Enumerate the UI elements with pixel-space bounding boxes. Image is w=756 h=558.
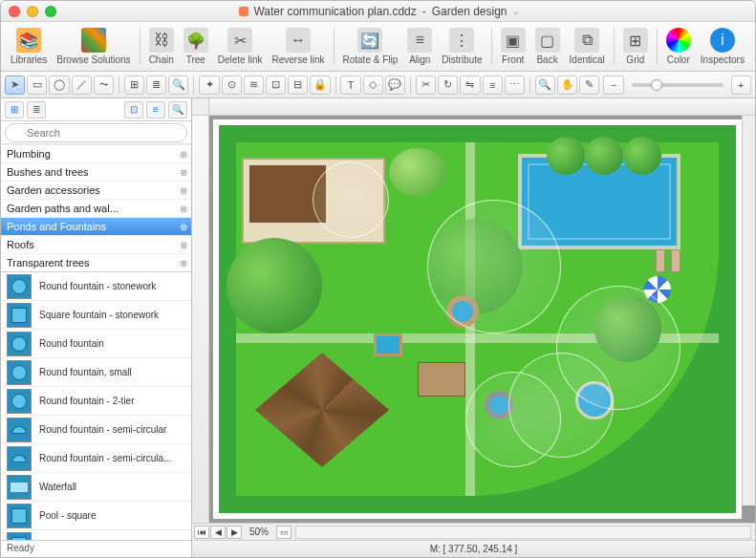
shape-item[interactable]: Round fountain	[1, 330, 191, 358]
callout-tool[interactable]: 💬	[385, 75, 405, 95]
distribute-button[interactable]: ⋮Distribute	[438, 26, 486, 67]
line-tool[interactable]: ／	[72, 75, 92, 95]
pen-tool[interactable]: ✎	[579, 75, 599, 95]
grid-mini[interactable]: ⊞	[124, 75, 144, 95]
rotate-flip-button[interactable]: 🔄Rotate & Flip	[339, 26, 402, 67]
align-button[interactable]: ≡Align	[403, 26, 436, 67]
shape-tool[interactable]: ◇	[363, 75, 383, 95]
shape-label: Round fountain - 2-tier	[39, 396, 135, 406]
browse-solutions-button[interactable]: Browse Solutions	[53, 26, 134, 67]
flip-tool[interactable]: ⇋	[460, 75, 480, 95]
shape-item[interactable]: Pool - rectangular	[1, 530, 191, 540]
close-icon[interactable]: ⊗	[180, 240, 187, 250]
minimize-icon[interactable]	[27, 6, 38, 17]
layer-tool[interactable]: ≋	[244, 75, 264, 95]
align-tool[interactable]: ≡	[483, 75, 503, 95]
shrub	[623, 137, 661, 175]
close-icon[interactable]: ⊗	[180, 167, 187, 178]
reverse-link-button[interactable]: ↔Reverse link	[268, 26, 328, 67]
glue-tool[interactable]: ⊙	[222, 75, 242, 95]
rect-tool[interactable]: ▭	[27, 75, 47, 95]
chevron-down-icon[interactable]: ⌵	[513, 7, 518, 16]
category-item[interactable]: Transparent trees⊗	[1, 253, 191, 271]
tab-grid-icon[interactable]: ⊡	[124, 101, 143, 118]
close-icon[interactable]: ⊗	[180, 185, 187, 196]
category-item[interactable]: Garden accessories⊗	[1, 181, 191, 199]
close-icon[interactable]	[9, 6, 20, 17]
connector-tool[interactable]: ⤳	[94, 75, 114, 95]
shape-thumb-icon	[7, 446, 32, 471]
crop-tool[interactable]: ✂	[416, 75, 436, 95]
shrub	[547, 137, 585, 175]
color-button[interactable]: Color	[662, 26, 695, 67]
scrollbar-horizontal[interactable]	[295, 526, 751, 539]
bush	[389, 148, 446, 196]
close-icon[interactable]: ⊗	[180, 258, 187, 268]
lock-tool[interactable]: 🔒	[310, 75, 330, 95]
shape-item[interactable]: Pool - square	[1, 502, 191, 530]
tree-button[interactable]: 🌳Tree	[180, 26, 212, 67]
zoom-icon[interactable]	[45, 6, 56, 17]
mini-sep	[193, 76, 194, 94]
shape-item[interactable]: Round fountain - 2-tier	[1, 387, 191, 416]
canvas-viewport[interactable]	[209, 116, 755, 523]
shape-item[interactable]: Square fountain - stonework	[1, 301, 191, 330]
close-icon[interactable]: ⊗	[180, 204, 187, 214]
mini-sep	[335, 76, 336, 94]
shape-item[interactable]: Round fountain - semi-circula...	[1, 444, 191, 473]
zoom-out-button[interactable]: −	[603, 75, 623, 95]
category-item[interactable]: Bushes and trees⊗	[1, 162, 191, 181]
shape-item[interactable]: Waterfall	[1, 473, 191, 502]
toolbar-separator	[491, 29, 492, 65]
hand-tool[interactable]: ✋	[557, 75, 577, 95]
dist-tool[interactable]: ⋯	[505, 75, 525, 95]
close-icon[interactable]: ⊗	[180, 149, 187, 160]
grid-button[interactable]: ⊞Grid	[619, 26, 652, 67]
close-icon[interactable]: ⊗	[180, 222, 187, 232]
shape-item[interactable]: Round fountain - stonework	[1, 272, 191, 301]
search-input[interactable]	[5, 123, 187, 142]
category-item[interactable]: Ponds and Fountains⊗	[1, 217, 191, 235]
tab-list-icon[interactable]: ≡	[146, 101, 165, 118]
tab-outline[interactable]: ≣	[27, 101, 46, 118]
shape-item[interactable]: Round fountain, small	[1, 358, 191, 387]
scrollbar-vertical[interactable]	[742, 116, 755, 505]
rotate-tool[interactable]: ↻	[438, 75, 458, 95]
page-first-button[interactable]: ⏮	[194, 526, 209, 539]
page-tab[interactable]: ▭	[276, 526, 292, 539]
tab-search-icon[interactable]: 🔍	[168, 101, 187, 118]
tab-tree[interactable]: ⊞	[5, 101, 24, 118]
ungroup-tool[interactable]: ⊟	[288, 75, 308, 95]
canvas[interactable]	[213, 119, 742, 519]
search-mini[interactable]: 🔍	[168, 75, 188, 95]
ellipse-tool[interactable]: ◯	[49, 75, 69, 95]
zoom-slider[interactable]	[632, 83, 724, 87]
libraries-button[interactable]: 📚Libraries	[7, 26, 51, 67]
category-item[interactable]: Garden paths and wal...⊗	[1, 199, 191, 217]
category-item[interactable]: Roofs⊗	[1, 235, 191, 253]
page-prev-button[interactable]: ◀	[210, 526, 226, 539]
pointer-tool[interactable]: ➤	[5, 75, 25, 95]
toolbar-separator	[140, 29, 140, 65]
delete-link-button[interactable]: ✂Delete link	[214, 26, 267, 67]
lawn	[236, 142, 719, 496]
zoom-in-button[interactable]: +	[731, 75, 751, 95]
snap-tool[interactable]: ✦	[199, 75, 219, 95]
zoom-in-tool[interactable]: 🔍	[535, 75, 555, 95]
content: ⊞ ≣ ⊡ ≡ 🔍 🔍 Plumbing⊗Bushes and trees⊗Ga…	[1, 98, 755, 557]
front-button[interactable]: ▣Front	[497, 26, 529, 67]
inspectors-button[interactable]: iInspectors	[697, 26, 748, 67]
mouse-position: M: [ 377.50, 245.14 ]	[430, 544, 518, 554]
chain-button[interactable]: ⛓Chain	[145, 26, 178, 67]
zoom-thumb[interactable]	[651, 79, 662, 91]
identical-button[interactable]: ⧉Identical	[566, 26, 609, 67]
back-button[interactable]: ▢Back	[531, 26, 564, 67]
page-next-button[interactable]: ▶	[227, 526, 242, 539]
zoom-value[interactable]: 50%	[249, 526, 269, 537]
shape-item[interactable]: Round fountain - semi-circular	[1, 416, 191, 444]
mini-sep	[529, 76, 530, 94]
list-mini[interactable]: ≣	[146, 75, 166, 95]
category-item[interactable]: Plumbing⊗	[1, 144, 191, 162]
group-tool[interactable]: ⊡	[266, 75, 286, 95]
text-tool[interactable]: T	[340, 75, 360, 95]
